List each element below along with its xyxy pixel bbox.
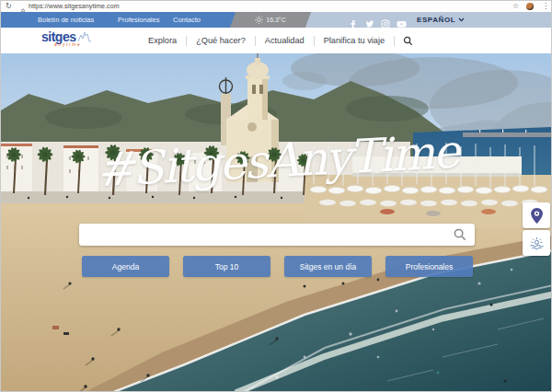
language-selector[interactable]: ESPAÑOL <box>417 12 465 28</box>
quick-button-top10[interactable]: Top 10 <box>183 256 270 277</box>
chevron-down-icon <box>458 17 465 22</box>
profile-avatar[interactable] <box>526 3 534 10</box>
beach-conditions-button[interactable] <box>523 230 550 256</box>
nav-item-actualidad[interactable]: Actualidad <box>256 36 314 45</box>
quick-button-sitges-1-dia[interactable]: Sitges en un día <box>284 256 372 277</box>
beach-conditions-icon <box>529 236 545 250</box>
quick-button-agenda[interactable]: Agenda <box>82 256 169 277</box>
nav-item-explora[interactable]: Explora <box>139 36 186 45</box>
site-logo[interactable]: sitges anytime <box>41 30 92 47</box>
language-label: ESPAÑOL <box>417 12 455 28</box>
twitter-icon[interactable] <box>365 16 374 25</box>
search-input[interactable] <box>79 224 454 246</box>
map-pin-button[interactable] <box>523 202 550 228</box>
hero-section: #SitgesAnyTime Agenda Top 10 Sitges en u… <box>1 53 552 392</box>
reload-icon[interactable]: ↻ <box>6 1 12 12</box>
url-text[interactable]: https://www.sitgesanytime.com <box>29 1 120 12</box>
map-pin-icon <box>530 207 544 225</box>
topbar-link-contact[interactable]: Contacto <box>173 12 201 28</box>
temperature-label: 16.3°C <box>266 17 285 23</box>
browser-menu-icon[interactable]: ⋮ <box>542 1 549 12</box>
bookmark-star-icon[interactable]: ☆ <box>512 1 519 12</box>
nav-item-que-hacer[interactable]: ¿Qué hacer? <box>187 36 255 45</box>
quick-button-profesionales[interactable]: Profesionales <box>385 256 473 277</box>
top-utility-bar: Boletín de noticias Profesionales Contac… <box>1 12 552 28</box>
main-navbar: sitges anytime Explora ¿Qué hacer? Actua… <box>1 28 552 53</box>
facebook-icon[interactable] <box>349 16 358 25</box>
youtube-icon[interactable] <box>397 16 406 25</box>
search-icon[interactable] <box>454 228 466 241</box>
hero-photo <box>1 53 552 392</box>
nav-item-planifica[interactable]: Planifica tu viaje <box>315 36 394 45</box>
instagram-icon[interactable] <box>381 16 390 25</box>
hero-search-bar <box>79 224 475 246</box>
topbar-link-professionals[interactable]: Profesionales <box>118 12 159 28</box>
sun-icon <box>255 16 263 24</box>
logo-wordmark: sitges <box>41 30 75 43</box>
browser-window: ↻ https://www.sitgesanytime.com ☆ ⋮ Bole… <box>0 0 552 392</box>
nav-search-icon[interactable] <box>395 36 421 46</box>
logo-church-sketch-icon <box>77 30 92 43</box>
weather-widget: 16.3°C <box>230 12 311 28</box>
topbar-link-newsletter[interactable]: Boletín de noticias <box>38 12 94 28</box>
